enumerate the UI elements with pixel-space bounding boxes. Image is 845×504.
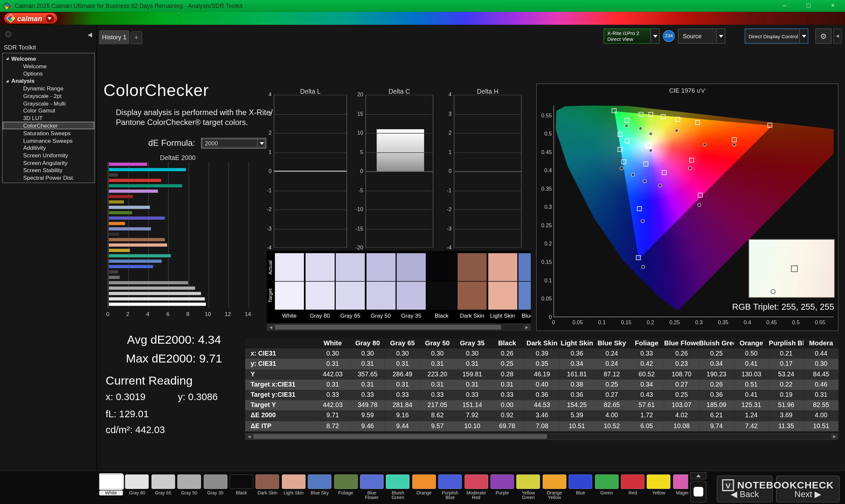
swatch-actual[interactable] <box>488 253 517 281</box>
display-control-dropdown[interactable]: Direct Display Control <box>745 29 808 44</box>
tree-item-screen-uniformity[interactable]: Screen Uniformity <box>3 151 94 159</box>
patch-button-blue-flower[interactable]: Blue Flower <box>360 473 384 501</box>
patch-button-blue[interactable]: Blue <box>569 473 593 501</box>
swatch-actual[interactable] <box>366 253 395 281</box>
table-scrollbar[interactable]: ◀ ▶ <box>245 433 839 440</box>
tree-item-spectral-power-dist-[interactable]: Spectral Power Dist. <box>3 174 94 181</box>
patch-button-yellow-green[interactable]: Yellow Green <box>516 473 540 501</box>
swatch-actual[interactable] <box>457 253 487 281</box>
calman-logo-diamond-icon <box>6 14 16 23</box>
scroll-left-icon[interactable]: ◀ <box>246 433 252 439</box>
swatch-target[interactable] <box>427 282 456 310</box>
scroll-right-icon[interactable]: ▶ <box>523 324 530 330</box>
back-button[interactable]: ◀ Back <box>717 475 773 503</box>
patch-button-green[interactable]: Green <box>595 473 619 501</box>
tree-item-colorchecker[interactable]: ColorChecker <box>3 122 94 129</box>
swatch-target[interactable] <box>457 282 487 310</box>
patch-button-foliage[interactable]: Foliage <box>334 473 358 501</box>
patch-button-gray-50[interactable]: Gray 50 <box>177 473 201 501</box>
swatch-target[interactable] <box>305 282 334 310</box>
patch-button-dark-skin[interactable]: Dark Skin <box>256 473 280 501</box>
tree-item-screen-angularity[interactable]: Screen Angularity <box>3 159 94 166</box>
swatch-target[interactable] <box>518 282 531 310</box>
axis-tick-label: 1 <box>439 149 452 155</box>
swatch-target[interactable] <box>366 282 395 310</box>
tree-item-grayscale-2pt[interactable]: Grayscale - 2pt <box>3 92 94 100</box>
patch-button-gray-35[interactable]: Gray 35 <box>203 473 227 501</box>
patch-button-moderate-red[interactable]: Moderate Red <box>464 473 488 501</box>
tree-section-analysis[interactable]: Analysis <box>3 77 94 85</box>
gear-icon[interactable]: ⚙ <box>815 29 831 44</box>
patch-button-blue-sky[interactable]: Blue Sky <box>308 473 332 501</box>
swatch-actual[interactable] <box>336 253 365 281</box>
swatch-actual[interactable] <box>427 253 456 281</box>
patch-button-gray-80[interactable]: Gray 80 <box>125 473 149 501</box>
patch-button-black[interactable]: Black <box>230 473 253 501</box>
gridline <box>366 133 433 133</box>
patch-button-light-skin[interactable]: Light Skin <box>282 473 306 501</box>
patch-button-bluish-green[interactable]: Bluish Green <box>386 473 410 501</box>
panel-collapse-icon[interactable]: ◀ <box>833 29 842 44</box>
patch-color-swatch <box>386 474 410 489</box>
swatch-target[interactable] <box>336 282 365 310</box>
tree-item-screen-stability[interactable]: Screen Stability <box>3 166 94 174</box>
swatch-target[interactable] <box>488 282 517 310</box>
swatch-target[interactable] <box>275 282 304 310</box>
patch-button-purplish-blue[interactable]: Purplish Blue <box>438 473 462 501</box>
axis-tick-label: 2 <box>439 130 452 136</box>
patch-button-magenta[interactable]: Magenta <box>673 473 688 501</box>
scroll-left-icon[interactable]: ◀ <box>267 324 274 330</box>
table-cell: 0.46 <box>804 380 839 390</box>
meter-dropdown[interactable]: X-Rite i1Pro 2 Direct View <box>604 29 660 44</box>
white-point-target-marker <box>791 266 798 272</box>
calman-menu-button[interactable] <box>46 14 53 22</box>
tree-item-saturation-sweeps[interactable]: Saturation Sweeps <box>3 129 94 137</box>
delta-h-title: Delta H <box>454 88 522 95</box>
scroll-right-icon[interactable]: ▶ <box>831 433 838 439</box>
swatch-target[interactable] <box>397 282 426 310</box>
tree-item-dynamic-range[interactable]: Dynamic Range <box>3 85 94 92</box>
swatch-actual[interactable] <box>397 253 426 281</box>
add-tab-button[interactable]: + <box>130 31 142 44</box>
next-button[interactable]: Next ▶ <box>776 475 840 503</box>
titlebar[interactable]: Calman 2025 Calman Ultimate for Business… <box>0 0 845 12</box>
swatch-actual[interactable] <box>518 253 531 281</box>
source-dropdown[interactable]: Source <box>678 29 725 44</box>
deltae-bar <box>109 163 147 166</box>
sidebar-collapse-icon[interactable]: ◀ <box>87 31 92 38</box>
scrollbar-thumb[interactable] <box>275 325 501 329</box>
patch-button-purple[interactable]: Purple <box>491 473 514 501</box>
axis-tick-label: 3 <box>439 111 452 117</box>
tree-item-options[interactable]: Options <box>3 70 94 77</box>
patch-button-white[interactable]: White <box>99 473 123 501</box>
tree-item-color-gamut[interactable]: Color Gamut <box>3 107 94 114</box>
close-button[interactable]: × <box>821 0 845 12</box>
minimize-button[interactable]: – <box>772 0 796 12</box>
scrollbar-thumb[interactable] <box>253 434 547 439</box>
swatch-strip-scrollbar[interactable]: ◀ ▶ <box>267 324 531 330</box>
de-formula-dropdown[interactable]: 2000 <box>201 138 266 149</box>
display-window-button[interactable] <box>690 481 706 502</box>
axis-tick-label: -2 <box>259 206 272 212</box>
tree-item-grayscale-multi[interactable]: Grayscale - Multi <box>3 100 94 107</box>
tab-history-1[interactable]: History 1 <box>99 30 129 44</box>
maximize-button[interactable]: □ <box>796 0 821 12</box>
patch-button-orange-yellow[interactable]: Orange Yellow <box>543 473 566 501</box>
tree-section-welcome[interactable]: Welcome <box>3 55 94 63</box>
swatch-actual[interactable] <box>275 253 304 281</box>
tree-item-luminance-sweeps[interactable]: Luminance Sweeps <box>3 137 94 144</box>
calman-logo[interactable]: calman <box>4 13 57 24</box>
tree-item-additivity[interactable]: Additivity <box>3 144 94 152</box>
patch-button-orange[interactable]: Orange <box>412 473 436 501</box>
table-cell: 0.51 <box>734 380 769 390</box>
tree-item-3d-lut[interactable]: 3D LUT <box>3 114 94 122</box>
expand-patches-button[interactable] <box>690 472 706 479</box>
table-column-header: Dark Skin <box>525 338 560 348</box>
swatch-actual[interactable] <box>305 253 334 281</box>
patch-button-yellow[interactable]: Yellow <box>647 473 671 501</box>
patch-button-gray-65[interactable]: Gray 65 <box>151 473 175 501</box>
tree-item-welcome[interactable]: Welcome <box>3 62 94 70</box>
workflow-status-icon[interactable] <box>5 31 11 37</box>
meter-read-count-badge[interactable]: 234 <box>663 30 675 42</box>
patch-button-red[interactable]: Red <box>621 473 645 501</box>
